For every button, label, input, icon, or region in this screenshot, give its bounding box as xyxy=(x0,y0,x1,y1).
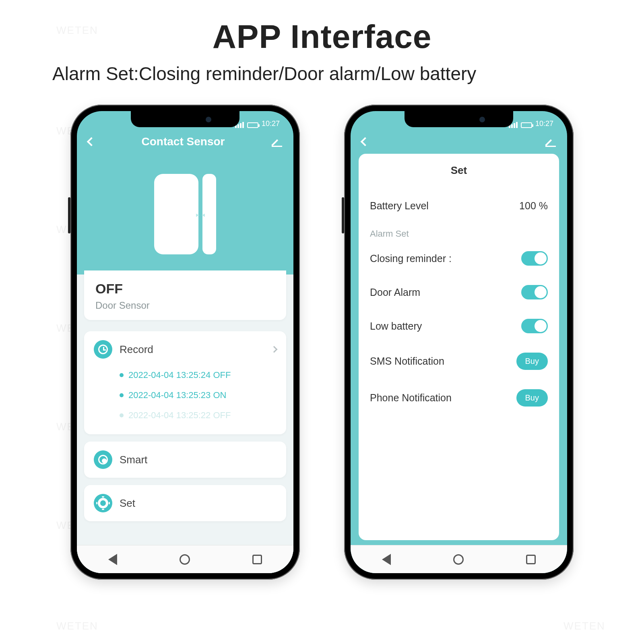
closing-reminder-row: Closing reminder : xyxy=(370,242,548,275)
phone-notch xyxy=(131,111,239,127)
record-item: 2022-04-04 13:25:24 OFF xyxy=(120,365,277,385)
phone-mockup-right: 10:27 Set Battery Level 100 % Alarm Set … xyxy=(344,105,574,580)
clock-icon xyxy=(94,340,112,359)
battery-level-row: Battery Level 100 % xyxy=(370,190,548,221)
low-battery-row: Low battery xyxy=(370,309,548,343)
low-battery-label: Low battery xyxy=(370,320,422,332)
android-nav-bar xyxy=(351,545,567,573)
door-alarm-label: Door Alarm xyxy=(370,287,420,298)
low-battery-toggle[interactable] xyxy=(521,319,548,333)
sensor-state: OFF xyxy=(95,281,275,297)
sms-buy-button[interactable]: Buy xyxy=(516,353,548,370)
record-item: 2022-04-04 13:25:22 OFF xyxy=(120,405,277,425)
status-time: 10:27 xyxy=(262,120,280,128)
gear-icon xyxy=(94,494,112,512)
smart-card[interactable]: Smart xyxy=(84,442,286,478)
closing-reminder-toggle[interactable] xyxy=(521,251,548,266)
app-header xyxy=(351,130,567,154)
app-header: Contact Sensor xyxy=(77,130,293,154)
sensor-state-label: Door Sensor xyxy=(95,300,275,311)
nav-recent-icon[interactable] xyxy=(252,555,262,564)
back-icon[interactable] xyxy=(361,137,370,147)
android-nav-bar xyxy=(77,545,293,573)
nav-recent-icon[interactable] xyxy=(526,555,536,564)
phone-buy-button[interactable]: Buy xyxy=(516,389,548,407)
sms-notification-row: SMS Notification Buy xyxy=(370,343,548,380)
set-card-link[interactable]: Set xyxy=(84,485,286,521)
nav-back-icon[interactable] xyxy=(382,554,391,565)
record-label: Record xyxy=(120,343,264,356)
phone-notification-row: Phone Notification Buy xyxy=(370,380,548,416)
battery-level-label: Battery Level xyxy=(370,200,429,212)
page-title: APP Interface xyxy=(0,18,644,56)
record-item: 2022-04-04 13:25:23 ON xyxy=(120,385,277,405)
battery-icon xyxy=(247,122,258,128)
status-time: 10:27 xyxy=(535,120,553,128)
edit-icon[interactable] xyxy=(272,136,282,147)
record-card[interactable]: Record 2022-04-04 13:25:24 OFF 2022-04-0… xyxy=(84,331,286,434)
settings-title: Set xyxy=(370,164,548,177)
edit-icon[interactable] xyxy=(545,136,556,147)
battery-level-value: 100 % xyxy=(519,200,548,212)
door-alarm-toggle[interactable] xyxy=(521,285,548,299)
closing-reminder-label: Closing reminder : xyxy=(370,253,452,264)
battery-icon xyxy=(521,122,532,128)
status-card: OFF Door Sensor xyxy=(84,270,286,320)
sms-notification-label: SMS Notification xyxy=(370,355,444,367)
nav-home-icon[interactable] xyxy=(453,554,464,565)
phone-mockup-left: 10:27 Contact Sensor OFF Door Sensor xyxy=(70,105,300,580)
smart-icon xyxy=(94,450,112,469)
nav-home-icon[interactable] xyxy=(180,554,190,565)
alarm-set-section: Alarm Set xyxy=(370,221,548,242)
door-alarm-row: Door Alarm xyxy=(370,275,548,309)
phone-notification-label: Phone Notification xyxy=(370,392,452,404)
set-label: Set xyxy=(120,497,277,510)
settings-card: Set Battery Level 100 % Alarm Set Closin… xyxy=(359,154,559,540)
smart-label: Smart xyxy=(120,454,277,466)
sensor-illustration xyxy=(77,154,293,275)
page-subtitle: Alarm Set:Closing reminder/Door alarm/Lo… xyxy=(52,63,644,85)
chevron-right-icon xyxy=(271,346,278,353)
header-title: Contact Sensor xyxy=(95,135,272,148)
phone-notch xyxy=(405,111,513,127)
nav-back-icon[interactable] xyxy=(108,554,117,565)
